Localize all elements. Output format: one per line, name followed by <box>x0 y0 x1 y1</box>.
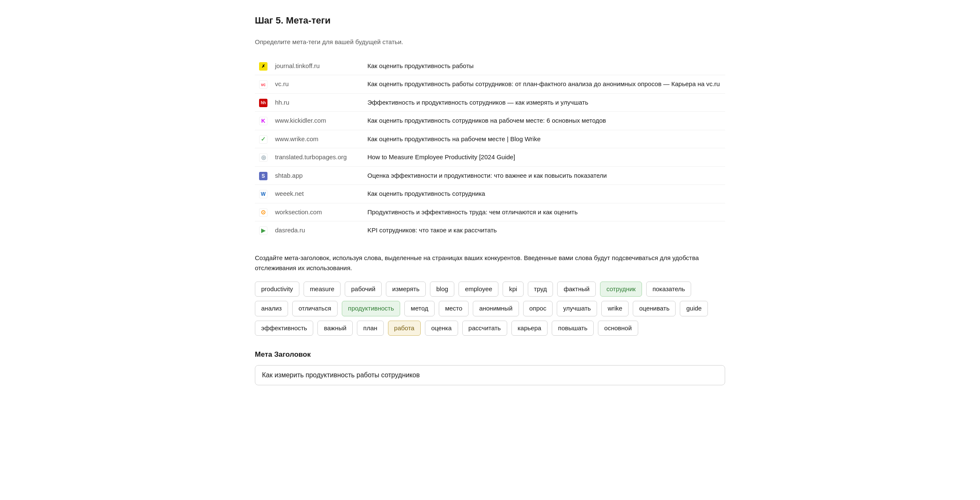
favicon-icon: ▶ <box>259 226 267 235</box>
sources-table: ✗ journal.tinkoff.ru Как оценить продукт… <box>255 57 725 239</box>
favicon-icon: hh <box>259 99 267 107</box>
meta-label: Мета Заголовок <box>255 349 725 360</box>
meta-section: Мета Заголовок <box>255 349 725 385</box>
tag[interactable]: улучшать <box>557 301 597 316</box>
favicon-icon: ◎ <box>259 153 267 162</box>
tag[interactable]: метод <box>404 301 435 316</box>
table-row: W weeek.net Как оценить продуктивность с… <box>255 185 725 203</box>
tag[interactable]: оценка <box>425 321 458 336</box>
tag[interactable]: место <box>439 301 469 316</box>
tag[interactable]: повышать <box>552 321 594 336</box>
source-title: Продуктивность и эффективность труда: че… <box>364 203 725 221</box>
favicon-icon: vc <box>259 80 267 89</box>
tag[interactable]: опрос <box>523 301 553 316</box>
source-domain: journal.tinkoff.ru <box>272 57 364 75</box>
source-title: Как оценить продуктивность сотрудника <box>364 185 725 203</box>
source-title: Оценка эффективности и продуктивности: ч… <box>364 166 725 185</box>
tag[interactable]: показатель <box>646 282 692 297</box>
source-domain: www.kickidler.com <box>272 112 364 130</box>
tag[interactable]: рабочий <box>345 282 382 297</box>
tag[interactable]: wrike <box>601 301 629 316</box>
tag[interactable]: продуктивность <box>342 301 401 316</box>
table-row: hh hh.ru Эффективность и продуктивность … <box>255 93 725 112</box>
page-title: Шаг 5. Мета-теги <box>255 13 725 27</box>
source-favicon-cell: ◎ <box>255 148 272 167</box>
tag[interactable]: важный <box>317 321 353 336</box>
source-domain: hh.ru <box>272 93 364 112</box>
tag[interactable]: фактный <box>557 282 596 297</box>
tag[interactable]: blog <box>430 282 454 297</box>
source-title: Эффективность и продуктивность сотрудник… <box>364 93 725 112</box>
source-title: Как оценить продуктивность работы <box>364 57 725 75</box>
source-title: How to Measure Employee Productivity [20… <box>364 148 725 167</box>
source-title: Как оценить продуктивность работы сотруд… <box>364 75 725 94</box>
source-favicon-cell: W <box>255 185 272 203</box>
favicon-icon: ⊙ <box>259 208 267 217</box>
tags-container: productivitymeasureрабочийизмерятьblogem… <box>255 282 725 336</box>
tag[interactable]: measure <box>304 282 341 297</box>
tag[interactable]: kpi <box>503 282 523 297</box>
source-title: Как оценить продуктивность сотрудников н… <box>364 112 725 130</box>
hint-text: Создайте мета-заголовок, используя слова… <box>255 253 725 273</box>
source-favicon-cell: ▶ <box>255 221 272 239</box>
source-favicon-cell: vc <box>255 75 272 94</box>
tag[interactable]: productivity <box>255 282 299 297</box>
page-container: Шаг 5. Мета-теги Определите мета-теги дл… <box>238 0 742 399</box>
table-row: ◎ translated.turbopages.org How to Measu… <box>255 148 725 167</box>
source-title: Как оценить продуктивность на рабочем ме… <box>364 130 725 148</box>
meta-title-input[interactable] <box>255 365 725 385</box>
table-row: ▶ dasreda.ru KPI сотрудников: что такое … <box>255 221 725 239</box>
source-title: KPI сотрудников: что такое и как рассчит… <box>364 221 725 239</box>
tag[interactable]: эффективность <box>255 321 313 336</box>
source-domain: worksection.com <box>272 203 364 221</box>
source-domain: translated.turbopages.org <box>272 148 364 167</box>
source-domain: vc.ru <box>272 75 364 94</box>
source-domain: weeek.net <box>272 185 364 203</box>
table-row: K www.kickidler.com Как оценить продукти… <box>255 112 725 130</box>
favicon-icon: S <box>259 172 267 180</box>
tag[interactable]: оценивать <box>633 301 676 316</box>
source-favicon-cell: ✓ <box>255 130 272 148</box>
tag[interactable]: план <box>357 321 384 336</box>
table-row: vc vc.ru Как оценить продуктивность рабо… <box>255 75 725 94</box>
source-favicon-cell: hh <box>255 93 272 112</box>
source-domain: www.wrike.com <box>272 130 364 148</box>
table-row: ⊙ worksection.com Продуктивность и эффек… <box>255 203 725 221</box>
tag[interactable]: рассчитать <box>462 321 507 336</box>
table-row: ✓ www.wrike.com Как оценить продуктивнос… <box>255 130 725 148</box>
tag[interactable]: измерять <box>386 282 426 297</box>
table-row: ✗ journal.tinkoff.ru Как оценить продукт… <box>255 57 725 75</box>
tag[interactable]: employee <box>459 282 498 297</box>
tag[interactable]: анализ <box>255 301 288 316</box>
source-domain: dasreda.ru <box>272 221 364 239</box>
favicon-icon: W <box>259 190 267 198</box>
table-row: S shtab.app Оценка эффективности и проду… <box>255 166 725 185</box>
favicon-icon: K <box>259 117 267 125</box>
tag[interactable]: сотрудник <box>600 282 642 297</box>
description-text: Определите мета-теги для вашей будущей с… <box>255 37 725 47</box>
tag[interactable]: карьера <box>511 321 548 336</box>
favicon-icon: ✓ <box>259 135 267 144</box>
tag[interactable]: отличаться <box>292 301 338 316</box>
favicon-icon: ✗ <box>259 62 267 71</box>
source-favicon-cell: ⊙ <box>255 203 272 221</box>
source-favicon-cell: K <box>255 112 272 130</box>
tag[interactable]: работа <box>388 321 421 336</box>
tag[interactable]: анонимный <box>473 301 519 316</box>
tag[interactable]: труд <box>528 282 553 297</box>
tag[interactable]: основной <box>598 321 638 336</box>
tag[interactable]: guide <box>680 301 708 316</box>
source-favicon-cell: S <box>255 166 272 185</box>
source-favicon-cell: ✗ <box>255 57 272 75</box>
source-domain: shtab.app <box>272 166 364 185</box>
